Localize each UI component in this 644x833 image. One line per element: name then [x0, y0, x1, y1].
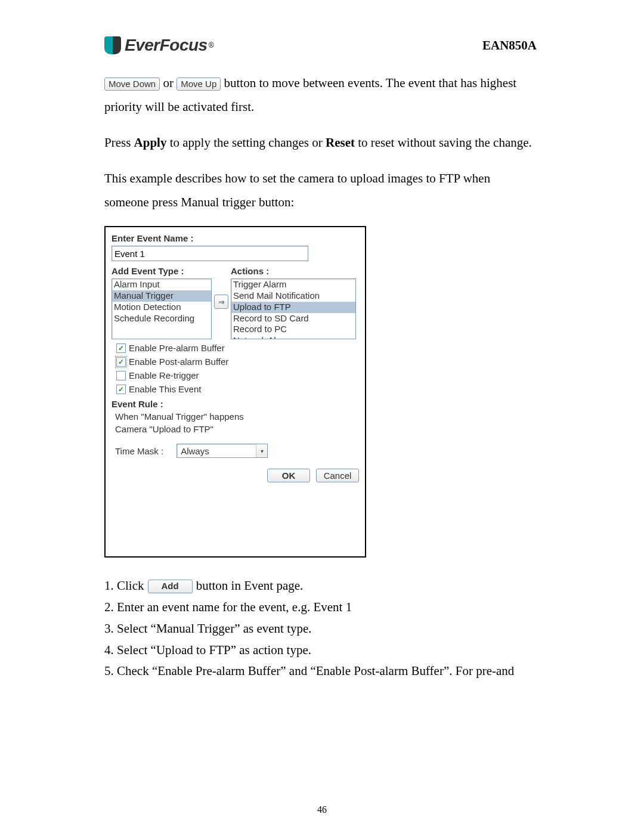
text: or	[160, 76, 177, 90]
brand-name: EverFocus	[125, 36, 208, 55]
event-rule-line1: When "Manual Trigger" happens	[115, 411, 359, 422]
chevron-down-icon: ▾	[256, 444, 267, 457]
list-item[interactable]: Record to PC	[231, 324, 355, 335]
list-item[interactable]: Schedule Recording	[112, 313, 211, 324]
page: EverFocus ® EAN850A Move Down or Move Up…	[0, 0, 644, 833]
list-item[interactable]: Upload to FTP	[231, 302, 355, 313]
actions-listbox[interactable]: Trigger Alarm Send Mail Notification Upl…	[231, 278, 356, 339]
list-item[interactable]: Alarm Input	[112, 279, 211, 290]
add-event-type-label: Add Event Type :	[112, 266, 212, 276]
move-down-button[interactable]: Move Down	[104, 78, 160, 91]
enable-event-checkbox[interactable]: ✓	[116, 385, 126, 394]
paragraph-apply-reset: Press Apply to apply the setting changes…	[104, 131, 537, 155]
brand-logo: EverFocus ®	[104, 36, 214, 55]
paragraph-move-buttons: Move Down or Move Up button to move betw…	[104, 72, 537, 119]
step-2: 2. Enter an event name for the event, e.…	[104, 597, 537, 618]
retrigger-label: Enable Re-trigger	[129, 370, 199, 380]
apply-label: Apply	[134, 135, 167, 150]
retrigger-checkbox[interactable]	[116, 371, 126, 380]
step-3: 3. Select “Manual Trigger” as event type…	[104, 618, 537, 640]
step-4: 4. Select “Upload to FTP” as action type…	[104, 640, 537, 661]
page-number: 46	[0, 804, 644, 815]
add-button[interactable]: Add	[148, 580, 193, 593]
post-alarm-checkbox[interactable]: ✓	[116, 357, 126, 367]
list-item[interactable]: Motion Detection	[112, 302, 211, 313]
pre-alarm-label: Enable Pre-alarm Buffer	[129, 343, 225, 353]
steps-list: 1. Click Add button in Event page. 2. En…	[104, 575, 537, 682]
event-rule-line2: Camera "Upload to FTP"	[115, 424, 359, 434]
time-mask-value: Always	[177, 446, 256, 456]
event-dialog-wrap: Enter Event Name : Add Event Type : Alar…	[104, 226, 537, 558]
actions-label: Actions :	[231, 266, 356, 276]
reset-label: Reset	[326, 135, 355, 150]
text: to apply the setting changes or	[166, 135, 326, 150]
time-mask-label: Time Mask :	[115, 446, 163, 456]
text: button in Event page.	[196, 575, 304, 597]
list-item[interactable]: Network Alarm	[231, 335, 355, 339]
step-5: 5. Check “Enable Pre-alarm Buffer” and “…	[104, 661, 537, 682]
list-item[interactable]: Record to SD Card	[231, 313, 355, 324]
cancel-button[interactable]: Cancel	[316, 469, 359, 482]
ok-button[interactable]: OK	[267, 469, 310, 482]
event-name-input[interactable]	[112, 246, 308, 261]
text: 1. Click	[104, 575, 144, 597]
paragraph-example-intro: This example describes how to set the ca…	[104, 167, 537, 215]
list-item[interactable]: Trigger Alarm	[231, 279, 355, 290]
enter-event-name-label: Enter Event Name :	[112, 233, 359, 243]
registered-icon: ®	[209, 41, 214, 49]
assign-arrow-button[interactable]: ⇒	[214, 295, 228, 309]
page-header: EverFocus ® EAN850A	[104, 36, 537, 55]
time-mask-select[interactable]: Always ▾	[177, 444, 268, 458]
enable-event-label: Enable This Event	[129, 384, 201, 394]
list-item[interactable]: Send Mail Notification	[231, 290, 355, 302]
text: to reset without saving the change.	[355, 135, 532, 150]
pre-alarm-checkbox[interactable]: ✓	[116, 343, 126, 353]
model-number: EAN850A	[482, 38, 537, 53]
event-rule-label: Event Rule :	[112, 399, 359, 409]
move-up-button[interactable]: Move Up	[177, 78, 221, 91]
text: Press	[104, 135, 134, 150]
logo-mark-icon	[104, 36, 121, 54]
arrow-right-icon: ⇒	[218, 298, 225, 306]
step-1: 1. Click Add button in Event page.	[104, 575, 537, 597]
event-type-listbox[interactable]: Alarm Input Manual Trigger Motion Detect…	[112, 278, 212, 339]
list-item[interactable]: Manual Trigger	[112, 290, 211, 302]
event-dialog: Enter Event Name : Add Event Type : Alar…	[104, 226, 366, 558]
post-alarm-label: Enable Post-alarm Buffer	[129, 357, 228, 367]
